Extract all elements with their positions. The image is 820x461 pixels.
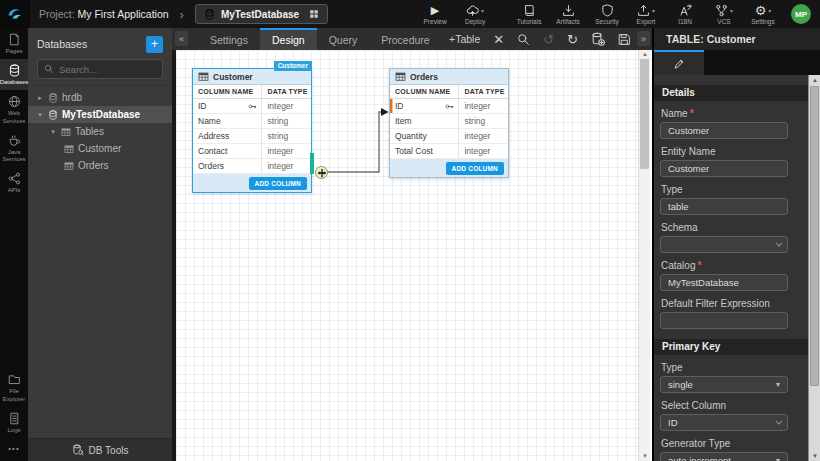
- undo-icon: ↺: [543, 33, 554, 46]
- tutorials-button[interactable]: Tutorials: [514, 4, 544, 25]
- search-button[interactable]: [517, 33, 530, 46]
- column-row-quantity[interactable]: Quantity integer: [390, 129, 508, 144]
- nav-pages[interactable]: Pages: [0, 28, 28, 59]
- globe-icon: [8, 95, 21, 108]
- tab-query[interactable]: Query: [317, 28, 370, 50]
- chevron-down-icon: ▾: [481, 8, 484, 14]
- db-tools-button[interactable]: DB Tools: [28, 438, 172, 461]
- wavemaker-database-designer: Project: My First Application › MyTestDa…: [0, 0, 820, 461]
- connector-move-handle[interactable]: [315, 166, 328, 179]
- scrollbar-thumb[interactable]: [640, 59, 649, 169]
- pk-type-select[interactable]: single ▾: [660, 376, 788, 393]
- table-card-customer[interactable]: Customer Customer COLUMN NAME DATA TYPE …: [192, 68, 312, 193]
- tree-item-hrdb[interactable]: ▸ hrdb: [28, 89, 172, 106]
- add-database-button[interactable]: +: [146, 36, 163, 53]
- translate-icon: [679, 4, 692, 17]
- tab-settings[interactable]: Settings: [198, 28, 260, 50]
- delete-button[interactable]: ✕: [493, 33, 504, 46]
- open-database-tab-label: MyTestDatabase: [221, 9, 299, 20]
- column-row-id[interactable]: ID integer: [193, 99, 311, 114]
- table-icon: [395, 71, 406, 82]
- left-nav-rail: Pages Databases Web Services Java Servic…: [0, 28, 28, 461]
- tab-procedure[interactable]: Procedure: [369, 28, 441, 50]
- scroll-down-arrow[interactable]: ▼: [809, 451, 820, 461]
- schema-select[interactable]: [660, 236, 788, 253]
- vcs-button[interactable]: ▾ VCS: [709, 4, 739, 25]
- catalog-input[interactable]: MyTestDatabase: [660, 274, 788, 291]
- column-row-orders[interactable]: Orders integer: [193, 159, 311, 174]
- tree-item-tables[interactable]: ▾ Tables: [28, 123, 172, 140]
- table-icon: [64, 144, 74, 154]
- add-column-button[interactable]: ADD COLUMN: [446, 162, 504, 175]
- column-row-contact[interactable]: Contact integer: [193, 144, 311, 159]
- tree-item-orders[interactable]: Orders: [28, 157, 172, 174]
- tab-design[interactable]: Design: [260, 28, 317, 50]
- pk-column-select[interactable]: ID: [660, 414, 788, 431]
- save-button[interactable]: [618, 33, 631, 46]
- project-name[interactable]: My First Application: [78, 8, 169, 20]
- expander-expanded-icon[interactable]: ▾: [36, 111, 44, 119]
- inspector-vertical-scrollbar[interactable]: ▲ ▼: [808, 75, 820, 461]
- undo-button[interactable]: ↺: [543, 33, 554, 46]
- column-row-name[interactable]: Name string: [193, 114, 311, 129]
- column-row-id[interactable]: ID integer: [390, 99, 508, 114]
- breadcrumb-chevron-icon: ›: [180, 8, 184, 21]
- column-row-address[interactable]: Address string: [193, 129, 311, 144]
- app-logo[interactable]: [0, 0, 30, 28]
- nav-web-services[interactable]: Web Services: [0, 90, 28, 128]
- nav-java-services[interactable]: Java Services: [0, 129, 28, 167]
- default-filter-input[interactable]: [660, 312, 788, 329]
- add-table-button[interactable]: +Table: [449, 33, 480, 45]
- settings-button[interactable]: ⚙ ▾ Settings: [748, 4, 778, 25]
- nav-logs[interactable]: Logs: [0, 407, 28, 438]
- database-search[interactable]: [37, 59, 163, 79]
- nav-apis[interactable]: APIs: [0, 167, 28, 198]
- deploy-button[interactable]: ▾ Deploy: [460, 4, 490, 25]
- expander-collapsed-icon[interactable]: ▸: [36, 94, 44, 102]
- open-database-tab[interactable]: MyTestDatabase: [195, 4, 328, 24]
- name-input[interactable]: Customer: [660, 122, 788, 139]
- relation-drag-handle[interactable]: [310, 153, 314, 174]
- expand-panel-button[interactable]: »: [637, 31, 650, 46]
- add-column-button[interactable]: ADD COLUMN: [249, 177, 307, 190]
- table-card-header[interactable]: Orders: [390, 69, 508, 85]
- tree-item-customer[interactable]: Customer: [28, 140, 172, 157]
- column-row-item[interactable]: Item string: [390, 114, 508, 129]
- table-card-header[interactable]: Customer: [193, 69, 311, 85]
- nav-file-explorer[interactable]: File Explorer: [0, 368, 28, 406]
- download-icon: [562, 4, 575, 17]
- databases-panel: Databases + ▸ hrdb ▾ MyTestDatabase ▾ Ta…: [28, 28, 172, 461]
- canvas-vertical-scrollbar[interactable]: ▲ ▼: [638, 50, 650, 461]
- collapse-panel-button[interactable]: «: [175, 31, 188, 46]
- topbar-right-actions: Artifacts Security ▾ Export I18N: [553, 4, 778, 25]
- user-avatar[interactable]: MP: [791, 4, 811, 24]
- type-input[interactable]: table: [660, 198, 788, 215]
- column-header-row: COLUMN NAME DATA TYPE: [193, 85, 311, 99]
- security-button[interactable]: Security: [592, 4, 622, 25]
- entity-name-input[interactable]: Customer: [660, 160, 788, 177]
- artifacts-button[interactable]: Artifacts: [553, 4, 583, 25]
- inspector-tabs: [654, 50, 820, 75]
- scroll-up-arrow[interactable]: ▲: [809, 75, 820, 85]
- tab-menu-icon[interactable]: [309, 9, 319, 19]
- schema-design-canvas[interactable]: Customer Customer COLUMN NAME DATA TYPE …: [172, 50, 652, 461]
- scrollbar-thumb[interactable]: [810, 86, 819, 386]
- table-card-orders[interactable]: Orders COLUMN NAME DATA TYPE ID integer …: [389, 68, 509, 178]
- scroll-down-arrow[interactable]: ▼: [639, 452, 651, 461]
- database-search-input[interactable]: [59, 64, 156, 75]
- i18n-button[interactable]: I18N: [670, 4, 700, 25]
- tab-edit[interactable]: [654, 50, 704, 75]
- generator-type-select[interactable]: auto increment ▾: [660, 452, 788, 461]
- column-row-total-cost[interactable]: Total Cost integer: [390, 144, 508, 159]
- table-inspector-panel: TABLE: Customer Details Name* Customer E…: [652, 28, 820, 461]
- nav-databases[interactable]: Databases: [0, 59, 28, 90]
- reimport-db-button[interactable]: [591, 32, 605, 46]
- expander-expanded-icon[interactable]: ▾: [49, 128, 57, 136]
- scroll-up-arrow[interactable]: ▲: [639, 50, 651, 59]
- export-button[interactable]: ▾ Export: [631, 4, 661, 25]
- redo-button[interactable]: ↻: [567, 33, 578, 46]
- preview-button[interactable]: ▶ Preview: [420, 4, 450, 25]
- more-options-icon[interactable]: •••: [0, 438, 28, 459]
- topbar-left-actions: ▶ Preview ▾ Deploy Tutorials: [420, 4, 544, 25]
- tree-item-mytestdatabase[interactable]: ▾ MyTestDatabase: [28, 106, 172, 123]
